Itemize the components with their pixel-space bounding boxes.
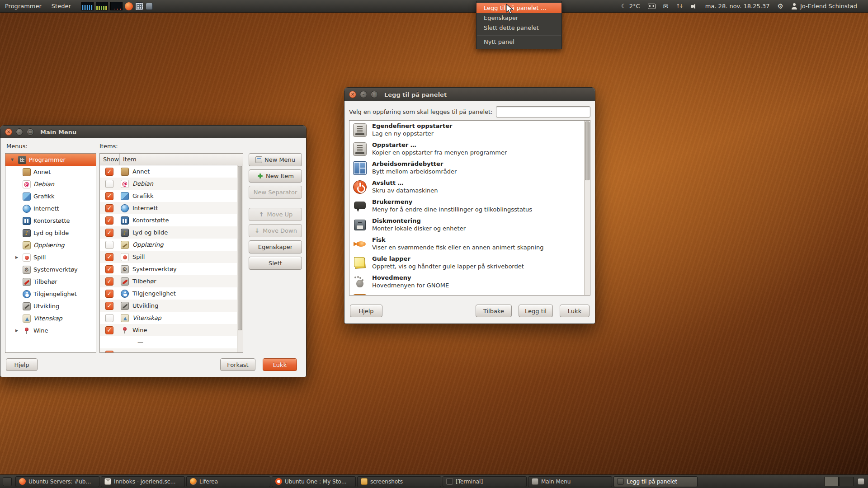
- item-row-wine[interactable]: ✓Wine: [100, 324, 243, 336]
- search-input[interactable]: [496, 106, 590, 117]
- launcher-applet-icon[interactable]: [125, 2, 133, 10]
- tree-row-programmer[interactable]: ▼Programmer: [5, 154, 96, 166]
- show-checkbox[interactable]: [105, 241, 113, 249]
- main-menu-titlebar[interactable]: × – □ Main Menu: [0, 126, 306, 138]
- context-menu-item-legg-til-p-panelet[interactable]: Legg til på panelet …: [476, 3, 561, 13]
- system-monitor-cpu-icon[interactable]: [81, 2, 94, 10]
- applet-row-avslutt[interactable]: Avslutt …Skru av datamaskinen: [349, 178, 590, 197]
- weather-indicator[interactable]: ☾ 2°C: [621, 3, 640, 9]
- dialog-titlebar[interactable]: × – □ Legg til på panelet: [344, 88, 595, 101]
- close-dialog-button[interactable]: Lukk: [560, 305, 590, 317]
- show-checkbox[interactable]: ✓: [105, 351, 113, 353]
- tree-row-oppl-ring[interactable]: Opplæring: [5, 239, 96, 251]
- new-separator-button[interactable]: New Separator: [249, 186, 302, 199]
- expander-icon[interactable]: ▶: [14, 255, 20, 259]
- separator-row[interactable]: —: [100, 336, 243, 348]
- item-row-grafikk[interactable]: ✓Grafikk: [100, 190, 243, 202]
- show-desktop-icon[interactable]: [3, 477, 12, 486]
- tree-row-lyd-og-bilde[interactable]: Lyd og bilde: [5, 227, 96, 239]
- applet-row-gule-lapper[interactable]: Gule lapperOpprett, vis og håndter gule …: [349, 253, 590, 272]
- show-checkbox[interactable]: [105, 180, 113, 188]
- show-checkbox[interactable]: ✓: [105, 168, 113, 176]
- tray-applet-icon[interactable]: [858, 478, 864, 485]
- show-checkbox[interactable]: ✓: [105, 302, 113, 310]
- tree-row-tilbeh-r[interactable]: Tilbehør: [5, 276, 96, 288]
- workspace-2[interactable]: [840, 477, 854, 486]
- item-row-internett[interactable]: ✓Internett: [100, 202, 243, 214]
- session-gear-icon[interactable]: ⚙: [777, 2, 783, 10]
- column-header-item[interactable]: Item: [120, 154, 243, 165]
- maximize-icon[interactable]: □: [27, 128, 34, 136]
- show-checkbox[interactable]: ✓: [105, 216, 113, 225]
- add-button[interactable]: Legg til: [519, 305, 553, 317]
- scrollbar-thumb[interactable]: [585, 122, 590, 180]
- tree-row-annet[interactable]: Annet: [5, 166, 96, 178]
- applet-row-indikator-miniprogram[interactable]: Indikator miniprogram: [349, 291, 590, 296]
- close-icon[interactable]: ×: [5, 128, 12, 136]
- show-checkbox[interactable]: ✓: [105, 204, 113, 212]
- tree-row-utvikling[interactable]: Utvikling: [5, 300, 96, 312]
- tree-row-internett[interactable]: Internett: [5, 202, 96, 215]
- tree-row-wine[interactable]: ▶Wine: [5, 324, 96, 337]
- minimize-icon[interactable]: –: [16, 128, 23, 136]
- dialog-scrollbar[interactable]: [584, 121, 590, 295]
- show-checkbox[interactable]: ✓: [105, 290, 113, 298]
- item-row-kontorst-tte[interactable]: ✓Kontorstøtte: [100, 214, 243, 226]
- item-row-tilgjengelighet[interactable]: ✓Tilgjengelighet: [100, 287, 243, 300]
- item-row-systemverkt-y[interactable]: ✓Systemverktøy: [100, 263, 243, 275]
- minimize-icon[interactable]: –: [360, 91, 367, 98]
- show-checkbox[interactable]: ✓: [105, 229, 113, 237]
- taskbar-button-screenshots[interactable]: screenshots: [357, 476, 441, 487]
- new-menu-button[interactable]: New Menu: [249, 153, 302, 166]
- taskbar-button-terminal[interactable]: [Terminal]: [443, 476, 527, 487]
- misc-applet-icon[interactable]: [146, 3, 153, 10]
- new-item-button[interactable]: New Item: [249, 169, 302, 183]
- clock-indicator[interactable]: ma. 28. nov. 18.25.37: [705, 3, 770, 9]
- item-row-lyd-og-bilde[interactable]: ✓Lyd og bilde: [100, 226, 243, 239]
- item-row-debian[interactable]: Debian: [100, 178, 243, 190]
- tree-row-kontorst-tte[interactable]: Kontorstøtte: [5, 215, 96, 227]
- applet-row-arbeidsomr-debytter[interactable]: ArbeidsområdebytterBytt mellom arbeidsom…: [349, 159, 590, 178]
- taskbar-button-main-menu[interactable]: Main Menu: [528, 476, 612, 487]
- applet-row-hovedmeny[interactable]: HovedmenyHovedmenyen for GNOME: [349, 272, 590, 291]
- item-row-oppl-ring[interactable]: Opplæring: [100, 239, 243, 251]
- item-row-item[interactable]: ✓: [100, 348, 243, 352]
- tree-row-debian[interactable]: Debian: [5, 178, 96, 190]
- mail-indicator-icon[interactable]: ✉: [663, 3, 669, 10]
- expander-icon[interactable]: ▶: [14, 328, 20, 333]
- context-menu-item-nytt-panel[interactable]: Nytt panel: [476, 37, 561, 47]
- taskbar-button-liferea[interactable]: Liferea: [186, 476, 270, 487]
- items-scrollbar[interactable]: [237, 165, 243, 352]
- show-checkbox[interactable]: ✓: [105, 277, 113, 286]
- panel-menu-programmer[interactable]: Programmer: [0, 0, 47, 12]
- expander-icon[interactable]: ▼: [9, 158, 15, 162]
- close-window-button[interactable]: Lukk: [263, 358, 297, 371]
- workspace-1[interactable]: [824, 477, 839, 486]
- applet-row-oppstarter[interactable]: Oppstarter …Kopier en oppstarter fra men…: [349, 140, 590, 159]
- help-button[interactable]: Hjelp: [350, 305, 382, 317]
- back-button[interactable]: Tilbake: [476, 305, 512, 317]
- move-down-button[interactable]: Move Down: [249, 224, 302, 237]
- show-checkbox[interactable]: ✓: [105, 253, 113, 261]
- taskbar-button-ubuntu-one-my-sto[interactable]: Ubuntu One : My Sto…: [272, 476, 356, 487]
- tree-row-tilgjengelighet[interactable]: Tilgjengelighet: [5, 288, 96, 300]
- close-icon[interactable]: ×: [349, 91, 356, 98]
- show-checkbox[interactable]: ✓: [105, 192, 113, 200]
- column-header-show[interactable]: Show: [100, 154, 120, 165]
- system-monitor-memory-icon[interactable]: [96, 2, 108, 10]
- applet-row-fisk[interactable]: FiskViser en svømmende fisk eller en ann…: [349, 235, 590, 253]
- item-row-spill[interactable]: ✓Spill: [100, 251, 243, 263]
- tree-row-systemverkt-y[interactable]: Systemverktøy: [5, 263, 96, 276]
- item-row-annet[interactable]: ✓Annet: [100, 165, 243, 178]
- item-row-tilbeh-r[interactable]: ✓Tilbehør: [100, 275, 243, 287]
- tree-row-grafikk[interactable]: Grafikk: [5, 190, 96, 202]
- maximize-icon[interactable]: □: [371, 91, 378, 98]
- taskbar-button-innboks-joerlend-sc[interactable]: Innboks - joerlend.sc…: [101, 476, 185, 487]
- context-menu-item-slett-dette-panelet[interactable]: Slett dette panelet: [476, 23, 561, 33]
- tree-row-spill[interactable]: ▶Spill: [5, 251, 96, 263]
- panel-menu-steder[interactable]: Steder: [47, 0, 76, 12]
- item-row-utvikling[interactable]: ✓Utvikling: [100, 300, 243, 312]
- applet-row-egendefinert-oppstarter[interactable]: Egendefinert oppstarterLag en ny oppstar…: [349, 121, 590, 140]
- show-checkbox[interactable]: [105, 314, 113, 322]
- show-checkbox[interactable]: ✓: [105, 265, 113, 273]
